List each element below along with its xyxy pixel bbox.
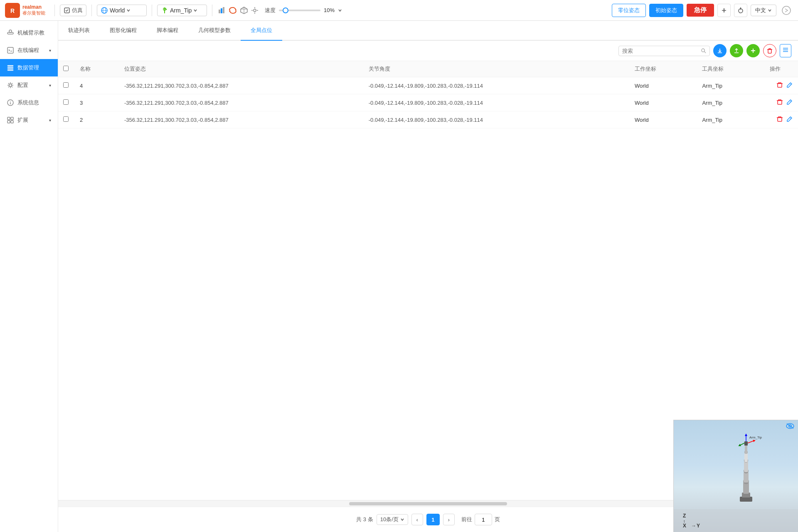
col-header-tool-coord: 工具坐标: [697, 61, 765, 77]
row-joints: -0.049,-12.144,-19.809,-100.283,-0.028,-…: [364, 94, 630, 111]
topbar-divider-4: [212, 5, 212, 16]
col-header-work-coord: 工作坐标: [630, 61, 697, 77]
goto-page: 前往 页: [461, 514, 500, 525]
svg-rect-26: [7, 65, 13, 66]
row-checkbox[interactable]: [63, 82, 69, 88]
cross-button[interactable]: [717, 4, 731, 17]
axis-z-label: Z: [683, 513, 686, 519]
logout-button[interactable]: [780, 4, 793, 17]
table-row: 2 -356.32,121.291,300.702,3.03,-0.854,2.…: [58, 111, 798, 128]
delete-row-button[interactable]: [776, 99, 783, 107]
tab-graphical[interactable]: 图形化编程: [100, 21, 147, 41]
world-dropdown[interactable]: World: [97, 5, 147, 16]
sidebar-item-data-mgmt[interactable]: 数据管理: [0, 59, 58, 76]
svg-rect-48: [778, 84, 782, 87]
edit-row-button[interactable]: [786, 116, 793, 124]
svg-rect-33: [7, 117, 10, 120]
sidebar-item-online-prog[interactable]: 在线编程 ▾: [0, 42, 58, 59]
svg-rect-8: [219, 10, 220, 13]
sidebar-label-config: 配置: [17, 81, 46, 89]
sidebar-item-arm-demo[interactable]: 机械臂示教: [0, 24, 58, 42]
goto-page-input[interactable]: [475, 514, 492, 525]
svg-point-37: [702, 49, 704, 52]
sidebar-item-extend[interactable]: 扩展 ▾: [0, 111, 58, 129]
batch-delete-button[interactable]: [763, 44, 776, 57]
download-button[interactable]: [713, 44, 727, 57]
speed-slider[interactable]: [279, 10, 320, 11]
col-header-joints: 关节角度: [364, 61, 630, 77]
tab-script[interactable]: 脚本编程: [147, 21, 188, 41]
svg-rect-70: [745, 445, 747, 454]
svg-rect-43: [768, 49, 771, 53]
preview-toggle-button[interactable]: [786, 423, 795, 431]
row-checkbox[interactable]: [63, 116, 69, 122]
svg-rect-68: [744, 453, 748, 462]
row-work-coord: World: [630, 94, 697, 111]
sim-button[interactable]: 仿真: [60, 5, 86, 16]
svg-text:Arm_Tip: Arm_Tip: [749, 436, 762, 439]
speed-label: 速度: [265, 7, 276, 14]
eye-slash-icon: [786, 423, 795, 429]
tab-geo-params[interactable]: 几何模型参数: [188, 21, 241, 41]
config-icon: [7, 81, 14, 89]
svg-rect-54: [778, 118, 782, 121]
initial-pose-button[interactable]: 初始姿态: [649, 4, 683, 17]
svg-rect-28: [7, 69, 13, 71]
icon-network: [217, 6, 226, 15]
svg-rect-36: [11, 121, 13, 123]
col-header-name: 名称: [75, 61, 119, 77]
edit-row-button[interactable]: [786, 81, 793, 90]
speed-area: 速度 10%: [265, 7, 342, 14]
row-ops: [765, 77, 798, 94]
search-box[interactable]: [618, 46, 710, 56]
total-count: 共 3 条: [356, 516, 373, 523]
edit-row-button[interactable]: [786, 99, 793, 107]
add-button[interactable]: [746, 44, 760, 57]
icon-cube: [240, 6, 248, 15]
select-all-checkbox[interactable]: [63, 66, 69, 71]
world-dropdown-icon: [101, 7, 108, 14]
svg-point-21: [782, 6, 791, 15]
sidebar-label-extend: 扩展: [17, 116, 46, 124]
lang-dropdown[interactable]: 中文: [751, 5, 776, 16]
logout-icon: [781, 5, 791, 15]
collapse-icon: [782, 47, 789, 53]
row-name: 3: [75, 94, 119, 111]
sidebar-item-sys-info[interactable]: 系统信息: [0, 94, 58, 111]
arm-dropdown[interactable]: Arm_Tip: [157, 5, 207, 16]
row-pose: -356.32,121.291,300.702,3.03,-0.854,2.88…: [119, 77, 364, 94]
trash-icon: [766, 47, 773, 54]
tab-trajectory[interactable]: 轨迹列表: [58, 21, 100, 41]
svg-line-53: [790, 101, 791, 102]
svg-line-72: [748, 441, 754, 443]
main-layout: 机械臂示教 在线编程 ▾ 数据管理 配置 ▾ 系统信息: [0, 21, 798, 532]
svg-line-56: [790, 118, 791, 119]
sidebar-label-arm-demo: 机械臂示教: [17, 29, 51, 37]
collapse-button[interactable]: [780, 44, 791, 57]
delete-row-button[interactable]: [776, 116, 783, 124]
sidebar-item-config[interactable]: 配置 ▾: [0, 76, 58, 94]
sidebar-label-data-mgmt: 数据管理: [17, 64, 51, 71]
delete-row-button[interactable]: [776, 81, 783, 90]
axis-arrow-y: →: [691, 523, 696, 529]
power-button[interactable]: [734, 4, 747, 17]
zero-pose-button[interactable]: 零位姿态: [612, 4, 646, 17]
search-input[interactable]: [622, 48, 701, 54]
current-page: 1: [426, 514, 440, 525]
topbar-divider-2: [91, 5, 92, 16]
svg-rect-51: [778, 101, 782, 104]
row-pose: -356.32,121.291,300.702,3.03,-0.854,2.88…: [119, 94, 364, 111]
estop-button[interactable]: 急停: [687, 4, 714, 17]
speed-chevron-icon: [338, 8, 342, 12]
row-checkbox[interactable]: [63, 99, 69, 105]
prev-page-button[interactable]: ‹: [411, 514, 423, 525]
h-scrollbar-thumb[interactable]: [349, 502, 507, 505]
tab-global-points[interactable]: 全局点位: [241, 21, 282, 41]
row-name: 4: [75, 77, 119, 94]
sys-info-icon: [7, 99, 14, 106]
svg-line-38: [704, 52, 706, 53]
icon-settings2: [251, 6, 259, 15]
next-page-button[interactable]: ›: [443, 514, 455, 525]
page-size-select[interactable]: 10条/页: [377, 514, 408, 525]
upload-button[interactable]: [730, 44, 743, 57]
